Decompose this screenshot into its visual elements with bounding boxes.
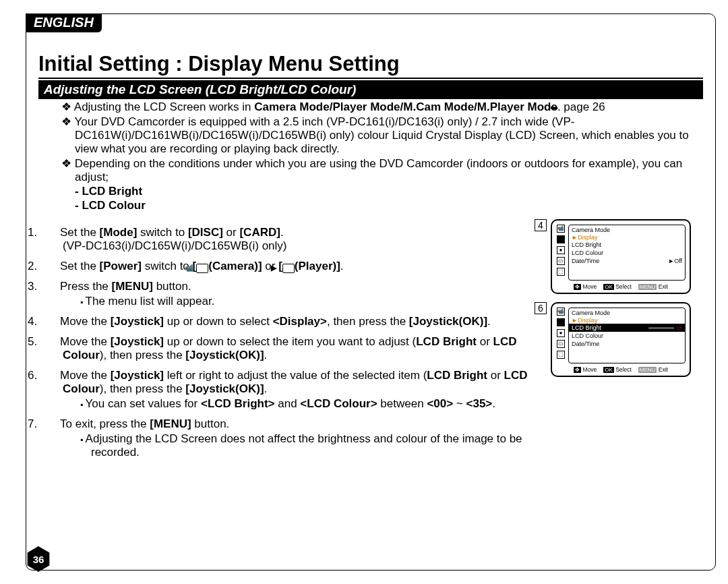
step-7: 7.To exit, press the [MENU] button. Adju…	[45, 417, 528, 459]
player-icon: ▶	[282, 264, 295, 273]
move-icon: ✥	[574, 284, 581, 290]
figure-6-mode-label: Camera Mode	[569, 310, 685, 317]
step-4: 4.Move the [Joystick] up or down to sele…	[45, 315, 528, 328]
value-bar	[648, 326, 675, 330]
figure-4-row-bright: LCD Bright	[569, 241, 685, 249]
menu-icon: MENU	[638, 284, 657, 290]
figure-6-display-label: ►Display	[569, 317, 685, 324]
step-5: 5.Move the [Joystick] up or down to sele…	[45, 335, 528, 362]
steps-column: 1.Set the [Mode] switch to [DISC] or [CA…	[38, 219, 528, 459]
memory-icon: ▭	[557, 340, 565, 348]
page-frame: ENGLISH Initial Setting : Display Menu S…	[26, 13, 716, 571]
figure-6-screen: 📹 ● ▭ ⬚ Camera Mode ►Display LCD Bright1…	[551, 302, 691, 377]
settings-icon: ⬚	[557, 268, 565, 276]
camera-mode-icon: 📹	[557, 308, 565, 316]
figure-6-controls: ✥ Move OK Select MENU Exit	[556, 366, 686, 373]
step-2: 2.Set the [Power] switch to [📹(Camera)] …	[45, 260, 528, 273]
record-icon: ●	[557, 329, 565, 337]
figure-4-row-colour: LCD Colour	[569, 249, 685, 257]
figure-4: 4 📹 ● ▭ ⬚ Camera Mode ►Display	[535, 219, 703, 294]
figure-6-row-bright-selected: LCD Bright15	[569, 324, 685, 332]
memory-icon: ▭	[557, 257, 565, 265]
display-icon	[557, 318, 565, 326]
page-title: Initial Setting : Display Menu Setting	[38, 52, 703, 79]
adjust-options: LCD Bright LCD Colour	[75, 185, 703, 212]
intro-block: Adjusting the LCD Screen works in Camera…	[38, 100, 703, 212]
ok-icon: OK	[603, 367, 614, 373]
figure-4-number: 4	[535, 219, 547, 231]
step-6: 6.Move the [Joystick] left or right to a…	[45, 369, 528, 411]
figure-4-controls: ✥ Move OK Select MENU Exit	[556, 283, 686, 290]
step-3-sub: The menu list will appear.	[80, 295, 528, 308]
figure-4-sidebar-icons: 📹 ● ▭ ⬚	[556, 225, 566, 281]
section-heading: Adjusting the LCD Screen (LCD Bright/LCD…	[38, 80, 703, 99]
figure-4-screen: 📹 ● ▭ ⬚ Camera Mode ►Display LCD Bright …	[551, 219, 691, 294]
step-3: 3.Press the [MENU] button. The menu list…	[45, 280, 528, 308]
figures-column: 4 📹 ● ▭ ⬚ Camera Mode ►Display	[535, 219, 703, 459]
figure-4-display-label: ►Display	[569, 234, 685, 241]
figure-4-row-datetime: Date/Time►Off	[569, 257, 685, 265]
value-number: 15	[676, 325, 682, 331]
camera-mode-icon: 📹	[557, 225, 565, 233]
steps-list: 1.Set the [Mode] switch to [DISC] or [CA…	[45, 226, 528, 459]
record-icon: ●	[557, 246, 565, 254]
figure-4-menu: Camera Mode ►Display LCD Bright LCD Colo…	[568, 225, 686, 281]
intro-bullet-1: Adjusting the LCD Screen works in Camera…	[61, 100, 703, 114]
figure-6: 6 📹 ● ▭ ⬚ Camera Mode ►Display	[535, 302, 703, 377]
intro-bullet-2: Your DVD Camcorder is equipped with a 2.…	[61, 115, 703, 156]
language-tab: ENGLISH	[26, 13, 102, 32]
step-1: 1.Set the [Mode] switch to [DISC] or [CA…	[45, 226, 528, 253]
step-7-sub: Adjusting the LCD Screen does not affect…	[80, 432, 528, 459]
figure-6-sidebar-icons: 📹 ● ▭ ⬚	[556, 308, 566, 363]
display-icon	[557, 235, 565, 243]
settings-icon: ⬚	[557, 351, 565, 359]
intro-bullets: Adjusting the LCD Screen works in Camera…	[45, 100, 703, 212]
move-icon: ✥	[574, 367, 581, 373]
option-lcd-bright: LCD Bright	[75, 185, 703, 198]
option-lcd-colour: LCD Colour	[75, 199, 703, 212]
ok-icon: OK	[603, 284, 614, 290]
step-6-sub: You can set values for <LCD Bright> and …	[80, 397, 528, 411]
camera-icon: 📹	[196, 264, 208, 273]
figure-6-number: 6	[535, 302, 547, 314]
figure-6-row-colour: LCD Colour	[569, 332, 685, 340]
figure-6-row-datetime: Date/Time	[569, 340, 685, 348]
figure-6-menu: Camera Mode ►Display LCD Bright15 LCD Co…	[568, 308, 686, 363]
figure-4-mode-label: Camera Mode	[569, 227, 685, 234]
menu-icon: MENU	[638, 367, 657, 373]
intro-bullet-3: Depending on the conditions under which …	[61, 156, 703, 212]
